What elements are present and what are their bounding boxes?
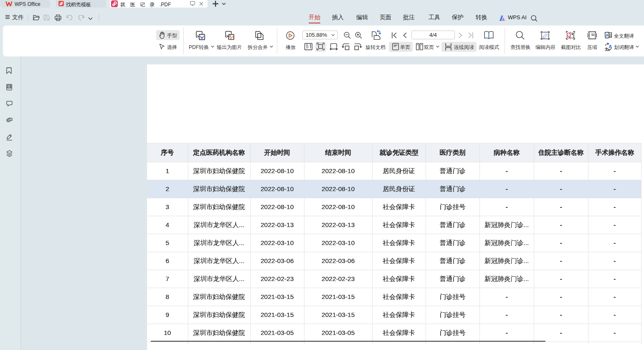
- svg-text:A: A: [609, 44, 612, 49]
- svg-text:A: A: [606, 33, 609, 38]
- svg-text:文: 文: [605, 47, 609, 51]
